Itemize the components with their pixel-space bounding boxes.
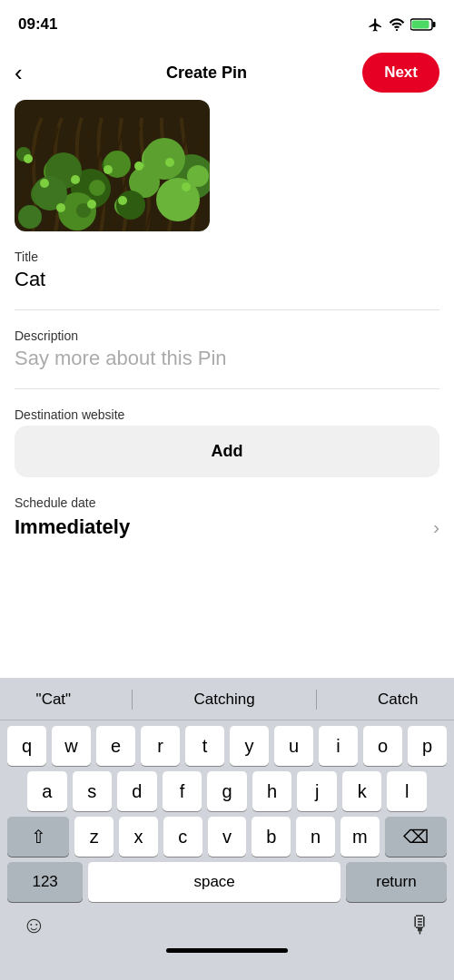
key-s[interactable]: s	[73, 771, 113, 811]
chevron-right-icon: ›	[433, 517, 439, 538]
key-r[interactable]: r	[141, 726, 180, 766]
autocomplete-bar: "Cat" Catching Catch	[0, 678, 454, 720]
destination-field-container: Destination website Add	[15, 407, 439, 495]
autocomplete-item-3[interactable]: Catch	[367, 687, 429, 712]
autocomplete-item-2[interactable]: Catching	[183, 687, 266, 712]
numbers-key[interactable]: 123	[7, 862, 83, 902]
wifi-icon	[389, 18, 405, 31]
key-l[interactable]: l	[387, 771, 427, 811]
title-divider	[15, 309, 439, 310]
content-area: Title Description Say more about this Pi…	[0, 100, 454, 539]
schedule-date-container: Schedule date Immediately ›	[15, 495, 439, 539]
keyboard-row-1: q w e r t y u i o p	[7, 726, 447, 766]
key-j[interactable]: j	[297, 771, 337, 811]
autocomplete-item-1[interactable]: "Cat"	[25, 687, 83, 712]
key-o[interactable]: o	[363, 726, 402, 766]
title-input[interactable]	[15, 268, 439, 291]
pin-image-thumbnail[interactable]	[15, 100, 210, 231]
keyboard-bottom-bar: ☺ 🎙	[0, 902, 454, 943]
key-g[interactable]: g	[207, 771, 247, 811]
page-title: Create Pin	[166, 64, 247, 83]
key-d[interactable]: d	[117, 771, 157, 811]
key-p[interactable]: p	[408, 726, 447, 766]
return-key[interactable]: return	[346, 862, 447, 902]
key-m[interactable]: m	[340, 817, 380, 857]
space-key[interactable]: space	[88, 862, 340, 902]
airplane-icon	[368, 17, 383, 33]
schedule-date-value: Immediately	[15, 515, 130, 539]
key-z[interactable]: z	[74, 817, 114, 857]
status-icons	[368, 17, 436, 33]
schedule-date-row[interactable]: Immediately ›	[15, 515, 439, 539]
add-destination-button[interactable]: Add	[15, 426, 439, 477]
key-u[interactable]: u	[274, 726, 313, 766]
key-v[interactable]: v	[208, 817, 247, 857]
description-placeholder[interactable]: Say more about this Pin	[15, 347, 439, 370]
key-h[interactable]: h	[252, 771, 292, 811]
svg-rect-2	[433, 22, 436, 27]
key-f[interactable]: f	[163, 771, 202, 811]
status-bar: 09:41	[0, 0, 454, 45]
title-label: Title	[15, 250, 439, 264]
backspace-key[interactable]: ⌫	[385, 817, 447, 857]
key-i[interactable]: i	[319, 726, 358, 766]
key-c[interactable]: c	[163, 817, 202, 857]
keyboard: "Cat" Catching Catch q w e r t y u i o p…	[0, 678, 454, 980]
key-b[interactable]: b	[252, 817, 291, 857]
keyboard-row-3: ⇧ z x c v b n m ⌫	[7, 817, 447, 857]
key-a[interactable]: a	[27, 771, 67, 811]
description-field-container: Description Say more about this Pin	[15, 328, 439, 389]
battery-icon	[410, 18, 436, 31]
microphone-key[interactable]: 🎙	[409, 911, 432, 939]
autocomplete-divider-1	[132, 690, 133, 710]
description-label: Description	[15, 328, 439, 343]
back-button[interactable]: ‹	[15, 59, 51, 87]
key-n[interactable]: n	[296, 817, 335, 857]
key-y[interactable]: y	[230, 726, 269, 766]
key-x[interactable]: x	[119, 817, 158, 857]
svg-point-0	[396, 29, 398, 31]
key-t[interactable]: t	[185, 726, 224, 766]
description-divider	[15, 388, 439, 389]
key-w[interactable]: w	[52, 726, 91, 766]
pin-image-canvas	[15, 100, 210, 231]
home-indicator	[166, 948, 288, 953]
status-time: 09:41	[18, 15, 57, 34]
schedule-date-label: Schedule date	[15, 495, 439, 510]
svg-rect-3	[412, 21, 429, 29]
key-k[interactable]: k	[342, 771, 382, 811]
next-button[interactable]: Next	[362, 53, 439, 93]
destination-label: Destination website	[15, 407, 439, 422]
keyboard-row-2: a s d f g h j k l	[27, 771, 427, 811]
key-e[interactable]: e	[96, 726, 135, 766]
key-q[interactable]: q	[7, 726, 46, 766]
title-field-container: Title	[15, 250, 439, 310]
emoji-key[interactable]: ☺	[22, 911, 46, 939]
keyboard-row-4: 123 space return	[7, 862, 447, 902]
shift-key[interactable]: ⇧	[7, 817, 69, 857]
nav-bar: ‹ Create Pin Next	[0, 45, 454, 100]
autocomplete-divider-2	[316, 690, 317, 710]
